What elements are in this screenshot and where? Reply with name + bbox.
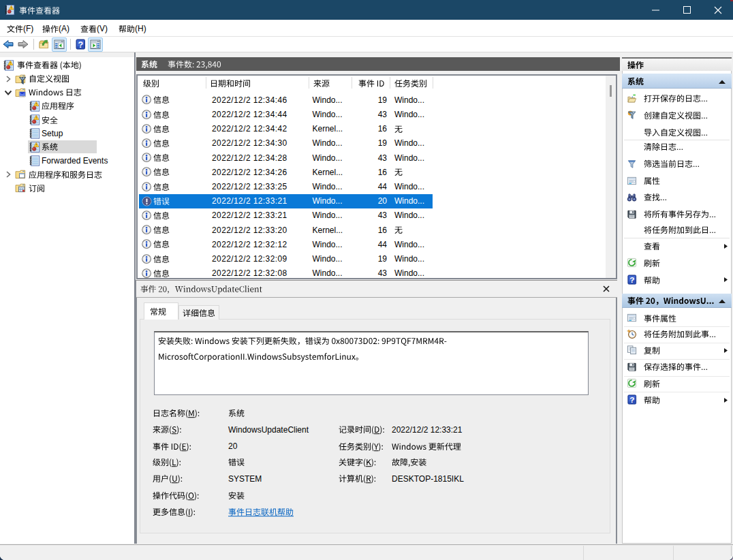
svg-text:?: ? [629,275,634,284]
svg-text:?: ? [78,40,83,50]
svg-text:?: ? [629,395,634,404]
